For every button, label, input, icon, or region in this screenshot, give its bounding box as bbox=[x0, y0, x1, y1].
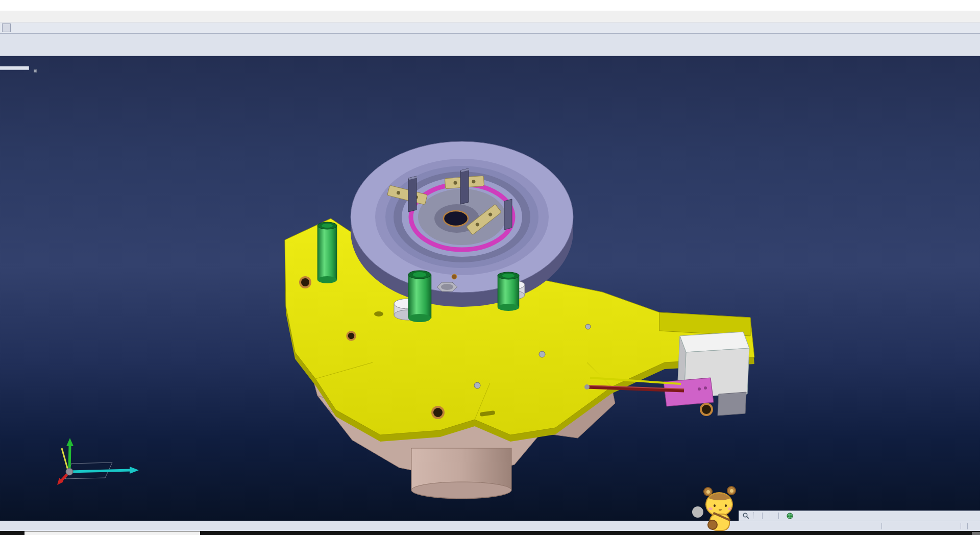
orientation-triad bbox=[57, 438, 139, 485]
visi-application-window bbox=[0, 0, 980, 535]
show-desktop-button[interactable] bbox=[972, 532, 980, 535]
title-bar bbox=[0, 0, 980, 11]
os-taskbar[interactable] bbox=[0, 531, 980, 535]
toolbar-tab-row bbox=[0, 22, 980, 34]
close-button[interactable] bbox=[962, 0, 980, 11]
search-icon[interactable] bbox=[742, 512, 750, 520]
separator bbox=[881, 523, 882, 529]
side-tool-palette bbox=[0, 66, 29, 70]
window-controls bbox=[925, 0, 980, 11]
3d-model[interactable] bbox=[0, 56, 980, 521]
separator bbox=[778, 513, 779, 519]
display-filter-strip bbox=[34, 69, 37, 72]
viewport-workspace[interactable] bbox=[0, 56, 980, 521]
separator bbox=[770, 513, 771, 519]
minimize-button[interactable] bbox=[925, 0, 943, 11]
separator bbox=[762, 513, 763, 519]
separator bbox=[961, 523, 961, 529]
maximize-button[interactable] bbox=[943, 0, 962, 11]
taskbar-search-box[interactable] bbox=[24, 531, 200, 535]
pink-block bbox=[664, 378, 714, 406]
tab-dropdown-button[interactable] bbox=[2, 23, 11, 32]
main-toolbar bbox=[0, 34, 980, 56]
center-bore bbox=[444, 211, 468, 226]
pedestal-cylinder[interactable] bbox=[411, 448, 511, 499]
separator bbox=[753, 513, 755, 519]
stator-ring[interactable] bbox=[351, 141, 573, 307]
view-status-bar bbox=[739, 510, 980, 521]
status-bar bbox=[0, 521, 980, 531]
globe-icon[interactable] bbox=[786, 512, 794, 520]
separator bbox=[967, 523, 968, 529]
menu-bar bbox=[0, 11, 980, 22]
